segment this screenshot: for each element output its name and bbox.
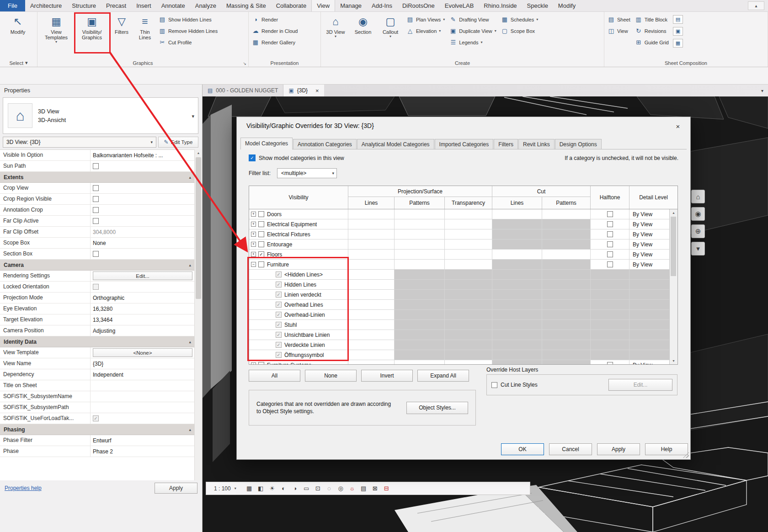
tab-analytical-model-categories[interactable]: Analytical Model Categories — [357, 139, 434, 149]
category-checkbox[interactable] — [258, 261, 264, 267]
guide-grid-button[interactable]: ⊞Guide Grid — [633, 37, 671, 48]
tab-insert[interactable]: Insert — [131, 0, 156, 11]
category-row-electrical-fixtures[interactable]: +Electrical Fixtures By View — [249, 229, 669, 239]
halftone-checkbox[interactable] — [607, 261, 613, 267]
cancel-button[interactable]: Cancel — [549, 443, 592, 455]
detail-level-cell[interactable]: By View — [629, 239, 669, 249]
plan-views-button[interactable]: ▤Plan Views▾ — [404, 14, 447, 25]
tab-collaborate[interactable]: Collaborate — [271, 0, 312, 11]
detail-level-button[interactable]: ▦ — [244, 484, 255, 494]
thin-lines-button[interactable]: ≡ Thin Lines — [133, 12, 156, 40]
tab-rhino-inside[interactable]: Rhino.Inside — [479, 0, 522, 11]
property-row-target-elevation[interactable]: Target Elevation13,3464 — [0, 314, 195, 325]
title-block-button[interactable]: ▥Title Block — [633, 14, 671, 25]
column-cut-lines[interactable]: Lines — [492, 197, 542, 209]
filters-button[interactable]: ▽ Filters — [110, 12, 133, 35]
viewcube-home-button[interactable]: ⌂ — [691, 190, 705, 203]
3d-view-button[interactable]: ⌂ 3D View ▾ — [322, 12, 349, 38]
tab-massing-site[interactable]: Massing & Site — [221, 0, 271, 11]
tab-design-options[interactable]: Design Options — [555, 139, 602, 149]
render-in-cloud-button[interactable]: ☁Render in Cloud — [250, 25, 300, 37]
property-row-camera-position[interactable]: Camera PositionAdjusting — [0, 325, 195, 336]
show-model-categories-checkbox[interactable] — [249, 154, 256, 161]
property-row-phase[interactable]: PhasePhase 2 — [0, 446, 195, 457]
category-checkbox[interactable] — [258, 241, 264, 247]
show-hidden-lines-button[interactable]: ▤Show Hidden Lines — [156, 14, 220, 25]
property-row-visible-in-option[interactable]: Visible In OptionBalkonvarianten Hofseit… — [0, 150, 195, 161]
property-row-phase-filter[interactable]: Phase FilterEntwurf — [0, 435, 195, 446]
all-button[interactable]: All — [249, 370, 300, 382]
subcategory-row-overhead-lines[interactable]: Overhead Lines — [249, 300, 669, 310]
crop-view-button[interactable]: ▭ — [301, 484, 312, 494]
edit-type-button[interactable]: ✎Edit Type — [158, 137, 198, 148]
scope-box-button[interactable]: ▢Scope Box — [499, 25, 540, 37]
subcategory-checkbox[interactable] — [276, 282, 282, 287]
override-edit-button[interactable]: Edit... — [608, 379, 672, 391]
tab-file[interactable]: File — [0, 0, 25, 11]
tab-evolvelab[interactable]: EvolveLAB — [440, 0, 479, 11]
callout-button[interactable]: ▢ Callout ▾ — [377, 12, 404, 38]
property-row-locked-orientation[interactable]: Locked Orientation — [0, 282, 195, 293]
tab-dirootsone[interactable]: DiRootsOne — [397, 0, 440, 11]
scale-button[interactable]: 1 : 100▾ — [210, 484, 240, 494]
property-row-far-clip-offset[interactable]: Far Clip Offset304,8000 — [0, 227, 195, 238]
category-row-furniture-systems[interactable]: +Furniture Systems By View — [249, 360, 669, 364]
tab-precast[interactable]: Precast — [101, 0, 131, 11]
zoom-button[interactable]: ⊕ — [691, 224, 705, 238]
view-tab-menu-icon[interactable]: ▾ — [761, 88, 763, 93]
dialog-close-button[interactable]: × — [672, 121, 684, 131]
duplicate-view-button[interactable]: ▣Duplicate View▾ — [447, 25, 499, 37]
remove-hidden-lines-button[interactable]: ▥Remove Hidden Lines — [156, 25, 220, 37]
expand-icon[interactable]: + — [251, 242, 256, 247]
category-row-furniture[interactable]: −Furniture By View — [249, 260, 669, 270]
subcategory-row-hidden-lines-bracket[interactable]: <Hidden Lines> — [249, 270, 669, 280]
expand-icon[interactable]: + — [251, 232, 256, 237]
subcategory-checkbox[interactable] — [276, 292, 282, 298]
crop-region-visible-checkbox[interactable] — [93, 196, 99, 202]
column-visibility[interactable]: Visibility — [249, 186, 348, 209]
collapse-icon[interactable]: ▴ — [189, 263, 191, 267]
elevation-button[interactable]: △Elevation▾ — [404, 25, 447, 37]
tab-filters[interactable]: Filters — [494, 139, 518, 149]
property-section-identity-data[interactable]: Identity Data▴ — [0, 336, 195, 347]
sun-path-button[interactable]: ☀ — [267, 484, 277, 494]
property-row-sun-path[interactable]: Sun Path — [0, 161, 195, 172]
category-checkbox[interactable] — [258, 211, 264, 217]
property-row-sofistik-subsystempath[interactable]: SOFiSTiK_SubsystemPath — [0, 402, 195, 413]
visibility-graphics-button[interactable]: ▣ Visibility/ Graphics — [74, 12, 110, 40]
unlocked-view-button[interactable]: ◌ — [324, 484, 335, 494]
subcategory-checkbox[interactable] — [276, 312, 282, 318]
column-cut[interactable]: Cut — [492, 186, 591, 197]
halftone-checkbox[interactable] — [607, 221, 613, 227]
legends-button[interactable]: ☰Legends▾ — [447, 37, 499, 48]
cut-line-styles-checkbox[interactable] — [491, 382, 497, 388]
navigation-wheel-button[interactable]: ◉ — [691, 207, 705, 221]
cut-profile-button[interactable]: ✂Cut Profile — [156, 37, 220, 48]
halftone-checkbox[interactable] — [607, 251, 613, 257]
tab-revit-links[interactable]: Revit Links — [518, 139, 555, 149]
table-scrollbar[interactable]: ▲ ▼ — [669, 209, 677, 364]
temporary-hide-isolate-button[interactable]: ◎ — [336, 484, 346, 494]
property-row-scope-box[interactable]: Scope BoxNone — [0, 238, 195, 249]
halftone-checkbox[interactable] — [607, 231, 613, 237]
property-row-eye-elevation[interactable]: Eye Elevation16,3280 — [0, 303, 195, 314]
detail-level-cell[interactable]: By View — [629, 260, 669, 269]
tab-annotate[interactable]: Annotate — [156, 0, 190, 11]
property-row-view-name[interactable]: View Name{3D} — [0, 358, 195, 369]
help-button[interactable]: Help — [645, 443, 688, 455]
render-button[interactable]: ◑Render — [250, 14, 300, 25]
reveal-hidden-elements-button[interactable]: ☼ — [347, 484, 357, 494]
filter-list-combobox[interactable]: <multiple>▾ — [277, 168, 337, 178]
invert-button[interactable]: Invert — [361, 370, 413, 382]
category-checkbox[interactable] — [258, 221, 264, 227]
property-row-dependency[interactable]: DependencyIndependent — [0, 369, 195, 380]
property-row-projection-mode[interactable]: Projection ModeOrthographic — [0, 293, 195, 303]
tab-view[interactable]: View — [311, 0, 335, 11]
reveal-constraints-button[interactable]: ⊟ — [381, 484, 392, 494]
temporary-view-properties-button[interactable]: ▤ — [358, 484, 369, 494]
category-row-electrical-equipment[interactable]: +Electrical Equipment By View — [249, 219, 669, 229]
property-section-camera[interactable]: Camera▴ — [0, 260, 195, 271]
tab-analyze[interactable]: Analyze — [190, 0, 221, 11]
subcategory-row-linien-verdeckt[interactable]: Linien verdeckt — [249, 290, 669, 300]
detail-level-cell[interactable]: By View — [629, 219, 669, 229]
